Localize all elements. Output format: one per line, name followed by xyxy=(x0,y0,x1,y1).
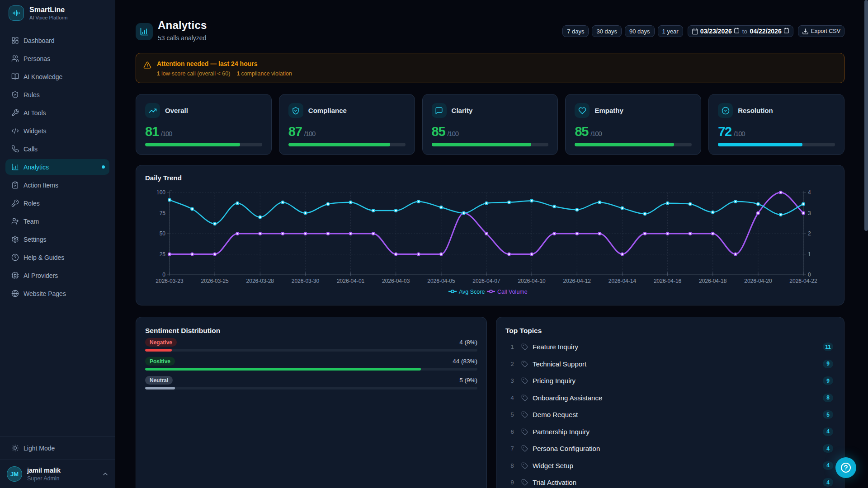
svg-text:2026-04-18: 2026-04-18 xyxy=(699,278,727,284)
svg-text:2026-04-14: 2026-04-14 xyxy=(609,278,637,284)
svg-text:2026-04-16: 2026-04-16 xyxy=(654,278,682,284)
svg-text:Avg Score: Avg Score xyxy=(459,289,485,295)
svg-text:2026-04-20: 2026-04-20 xyxy=(744,278,772,284)
svg-text:0: 0 xyxy=(162,272,165,278)
svg-text:2026-04-03: 2026-04-03 xyxy=(382,278,410,284)
svg-text:2026-03-30: 2026-03-30 xyxy=(292,278,320,284)
svg-text:1: 1 xyxy=(808,251,811,258)
svg-text:2026-04-22: 2026-04-22 xyxy=(789,278,817,284)
svg-text:Call Volume: Call Volume xyxy=(497,289,528,295)
svg-text:100: 100 xyxy=(156,189,165,196)
svg-text:2026-04-12: 2026-04-12 xyxy=(563,278,591,284)
svg-text:25: 25 xyxy=(160,251,166,258)
svg-text:0: 0 xyxy=(808,272,811,278)
svg-text:3: 3 xyxy=(808,210,811,216)
svg-text:2026-04-05: 2026-04-05 xyxy=(427,278,455,284)
svg-text:2026-03-25: 2026-03-25 xyxy=(201,278,229,284)
svg-text:2026-04-01: 2026-04-01 xyxy=(337,278,365,284)
svg-text:2026-04-07: 2026-04-07 xyxy=(472,278,500,284)
svg-text:2026-04-10: 2026-04-10 xyxy=(518,278,546,284)
svg-text:2026-03-28: 2026-03-28 xyxy=(246,278,274,284)
svg-text:2026-03-23: 2026-03-23 xyxy=(156,278,184,284)
svg-text:50: 50 xyxy=(160,230,166,237)
svg-text:2: 2 xyxy=(808,230,811,237)
svg-text:75: 75 xyxy=(160,210,166,216)
svg-text:4: 4 xyxy=(808,189,811,196)
